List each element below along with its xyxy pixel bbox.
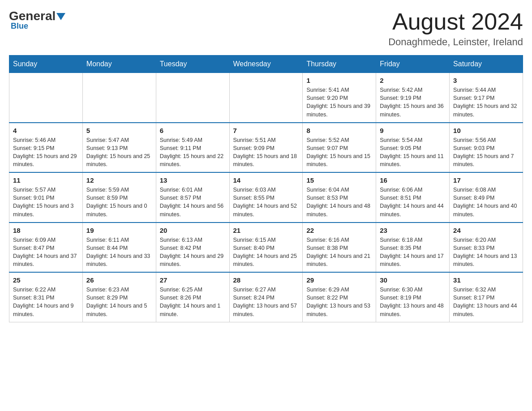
page-header: General Blue August 2024 Donaghmede, Lei… xyxy=(9,9,523,48)
day-number: 12 xyxy=(86,176,152,184)
calendar-cell: 28Sunrise: 6:27 AMSunset: 8:24 PMDayligh… xyxy=(229,272,303,322)
day-number: 25 xyxy=(13,276,79,284)
calendar-cell: 13Sunrise: 6:01 AMSunset: 8:57 PMDayligh… xyxy=(156,172,229,223)
day-info: Sunrise: 6:29 AMSunset: 8:22 PMDaylight:… xyxy=(306,286,372,318)
calendar-cell xyxy=(229,73,303,123)
day-number: 20 xyxy=(160,227,226,234)
day-number: 14 xyxy=(233,176,299,184)
weekday-header-monday: Monday xyxy=(82,56,156,73)
day-info: Sunrise: 6:22 AMSunset: 8:31 PMDaylight:… xyxy=(13,286,79,318)
day-number: 3 xyxy=(453,77,519,84)
calendar-cell: 30Sunrise: 6:30 AMSunset: 8:19 PMDayligh… xyxy=(376,272,450,322)
calendar-cell: 2Sunrise: 5:42 AMSunset: 9:19 PMDaylight… xyxy=(376,73,450,123)
weekday-header-saturday: Saturday xyxy=(450,56,523,73)
calendar-cell xyxy=(156,73,229,123)
weekday-header-row: SundayMondayTuesdayWednesdayThursdayFrid… xyxy=(9,56,523,73)
day-number: 28 xyxy=(233,276,299,284)
day-number: 8 xyxy=(306,127,372,134)
calendar-cell: 15Sunrise: 6:04 AMSunset: 8:53 PMDayligh… xyxy=(303,172,376,223)
day-number: 5 xyxy=(86,127,152,134)
day-info: Sunrise: 6:30 AMSunset: 8:19 PMDaylight:… xyxy=(380,286,446,318)
calendar-cell: 8Sunrise: 5:52 AMSunset: 9:07 PMDaylight… xyxy=(303,123,376,173)
calendar-cell: 25Sunrise: 6:22 AMSunset: 8:31 PMDayligh… xyxy=(9,272,83,322)
calendar-cell: 31Sunrise: 6:32 AMSunset: 8:17 PMDayligh… xyxy=(450,272,523,322)
day-number: 4 xyxy=(13,127,79,134)
day-info: Sunrise: 6:06 AMSunset: 8:51 PMDaylight:… xyxy=(380,186,446,218)
day-info: Sunrise: 5:57 AMSunset: 9:01 PMDaylight:… xyxy=(13,186,79,218)
day-info: Sunrise: 6:25 AMSunset: 8:26 PMDaylight:… xyxy=(160,286,226,318)
day-number: 27 xyxy=(160,276,226,284)
day-info: Sunrise: 5:49 AMSunset: 9:11 PMDaylight:… xyxy=(160,136,226,169)
day-number: 13 xyxy=(160,176,226,184)
day-info: Sunrise: 5:44 AMSunset: 9:17 PMDaylight:… xyxy=(453,86,519,119)
day-info: Sunrise: 6:20 AMSunset: 8:33 PMDaylight:… xyxy=(453,236,519,269)
day-info: Sunrise: 6:27 AMSunset: 8:24 PMDaylight:… xyxy=(233,286,299,318)
weekday-header-wednesday: Wednesday xyxy=(229,56,303,73)
calendar-cell: 19Sunrise: 6:11 AMSunset: 8:44 PMDayligh… xyxy=(82,223,156,273)
day-info: Sunrise: 5:59 AMSunset: 8:59 PMDaylight:… xyxy=(86,186,152,218)
day-info: Sunrise: 5:52 AMSunset: 9:07 PMDaylight:… xyxy=(306,136,372,169)
calendar-cell: 20Sunrise: 6:13 AMSunset: 8:42 PMDayligh… xyxy=(156,223,229,273)
day-number: 11 xyxy=(13,176,79,184)
day-number: 31 xyxy=(453,276,519,284)
calendar-cell xyxy=(9,73,83,123)
day-number: 19 xyxy=(86,227,152,234)
day-info: Sunrise: 6:23 AMSunset: 8:29 PMDaylight:… xyxy=(86,286,152,318)
day-info: Sunrise: 5:47 AMSunset: 9:13 PMDaylight:… xyxy=(86,136,152,169)
weekday-header-friday: Friday xyxy=(376,56,450,73)
day-info: Sunrise: 6:32 AMSunset: 8:17 PMDaylight:… xyxy=(453,286,519,318)
day-number: 10 xyxy=(453,127,519,134)
day-number: 30 xyxy=(380,276,446,284)
day-number: 1 xyxy=(306,77,372,84)
day-info: Sunrise: 5:42 AMSunset: 9:19 PMDaylight:… xyxy=(380,86,446,119)
day-number: 29 xyxy=(306,276,372,284)
logo-triangle-icon xyxy=(56,13,65,20)
calendar-cell: 1Sunrise: 5:41 AMSunset: 9:20 PMDaylight… xyxy=(303,73,376,123)
calendar-cell xyxy=(82,73,156,123)
day-info: Sunrise: 6:15 AMSunset: 8:40 PMDaylight:… xyxy=(233,236,299,269)
calendar-cell: 29Sunrise: 6:29 AMSunset: 8:22 PMDayligh… xyxy=(303,272,376,322)
day-number: 7 xyxy=(233,127,299,134)
day-number: 22 xyxy=(306,227,372,234)
calendar-table: SundayMondayTuesdayWednesdayThursdayFrid… xyxy=(9,55,523,322)
day-info: Sunrise: 6:13 AMSunset: 8:42 PMDaylight:… xyxy=(160,236,226,269)
calendar-cell: 22Sunrise: 6:16 AMSunset: 8:38 PMDayligh… xyxy=(303,223,376,273)
calendar-cell: 3Sunrise: 5:44 AMSunset: 9:17 PMDaylight… xyxy=(450,73,523,123)
day-info: Sunrise: 6:09 AMSunset: 8:47 PMDaylight:… xyxy=(13,236,79,269)
subtitle: Donaghmede, Leinster, Ireland xyxy=(388,36,523,48)
day-number: 18 xyxy=(13,227,79,234)
day-number: 21 xyxy=(233,227,299,234)
calendar-cell: 27Sunrise: 6:25 AMSunset: 8:26 PMDayligh… xyxy=(156,272,229,322)
day-info: Sunrise: 5:56 AMSunset: 9:03 PMDaylight:… xyxy=(453,136,519,169)
calendar-week-3: 11Sunrise: 5:57 AMSunset: 9:01 PMDayligh… xyxy=(9,172,523,223)
day-number: 9 xyxy=(380,127,446,134)
day-info: Sunrise: 6:18 AMSunset: 8:35 PMDaylight:… xyxy=(380,236,446,269)
day-number: 24 xyxy=(453,227,519,234)
calendar-week-1: 1Sunrise: 5:41 AMSunset: 9:20 PMDaylight… xyxy=(9,73,523,123)
day-number: 17 xyxy=(453,176,519,184)
day-number: 23 xyxy=(380,227,446,234)
weekday-header-thursday: Thursday xyxy=(303,56,376,73)
day-info: Sunrise: 6:11 AMSunset: 8:44 PMDaylight:… xyxy=(86,236,152,269)
day-number: 16 xyxy=(380,176,446,184)
calendar-cell: 24Sunrise: 6:20 AMSunset: 8:33 PMDayligh… xyxy=(450,223,523,273)
day-number: 15 xyxy=(306,176,372,184)
logo-blue: Blue xyxy=(11,21,28,31)
day-info: Sunrise: 5:46 AMSunset: 9:15 PMDaylight:… xyxy=(13,136,79,169)
day-info: Sunrise: 5:51 AMSunset: 9:09 PMDaylight:… xyxy=(233,136,299,169)
calendar-cell: 21Sunrise: 6:15 AMSunset: 8:40 PMDayligh… xyxy=(229,223,303,273)
calendar-week-2: 4Sunrise: 5:46 AMSunset: 9:15 PMDaylight… xyxy=(9,123,523,173)
calendar-cell: 23Sunrise: 6:18 AMSunset: 8:35 PMDayligh… xyxy=(376,223,450,273)
day-info: Sunrise: 6:01 AMSunset: 8:57 PMDaylight:… xyxy=(160,186,226,218)
weekday-header-tuesday: Tuesday xyxy=(156,56,229,73)
calendar-cell: 7Sunrise: 5:51 AMSunset: 9:09 PMDaylight… xyxy=(229,123,303,173)
calendar-cell: 16Sunrise: 6:06 AMSunset: 8:51 PMDayligh… xyxy=(376,172,450,223)
calendar-cell: 12Sunrise: 5:59 AMSunset: 8:59 PMDayligh… xyxy=(82,172,156,223)
weekday-header-sunday: Sunday xyxy=(9,56,83,73)
day-info: Sunrise: 5:41 AMSunset: 9:20 PMDaylight:… xyxy=(306,86,372,119)
calendar-week-4: 18Sunrise: 6:09 AMSunset: 8:47 PMDayligh… xyxy=(9,223,523,273)
calendar-cell: 6Sunrise: 5:49 AMSunset: 9:11 PMDaylight… xyxy=(156,123,229,173)
main-title: August 2024 xyxy=(388,9,523,34)
day-info: Sunrise: 6:16 AMSunset: 8:38 PMDaylight:… xyxy=(306,236,372,269)
day-info: Sunrise: 6:08 AMSunset: 8:49 PMDaylight:… xyxy=(453,186,519,218)
